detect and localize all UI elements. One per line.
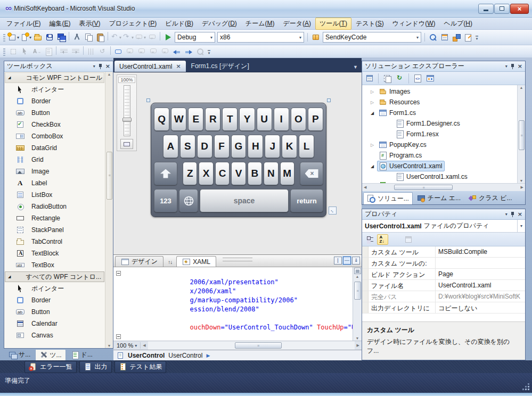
keyboard-key[interactable]: G (231, 135, 247, 158)
vertical-split-icon[interactable]: ❘ (334, 257, 342, 265)
tree-item[interactable]: Form1.resx (362, 129, 517, 139)
keyboard-key[interactable]: P (308, 108, 323, 131)
fit-to-screen-button[interactable] (120, 139, 133, 149)
property-row[interactable]: カスタム ツール MSBuild:Compile (362, 246, 525, 258)
tree-item[interactable]: Resources (362, 97, 517, 108)
tab-server-explorer[interactable]: サ... (5, 349, 34, 360)
breadcrumb-item[interactable]: UserControl (128, 352, 165, 359)
menu-item[interactable]: チーム(M) (241, 18, 279, 30)
keyboard-key[interactable]: O (291, 108, 306, 131)
scroll-up-icon[interactable]: ▲ (520, 86, 523, 89)
keyboard-key[interactable]: B (248, 162, 262, 185)
add-item-icon[interactable] (20, 32, 32, 43)
chevron-right-icon[interactable]: ▶ (206, 353, 210, 358)
tab-solution-explorer[interactable]: ソリュー... (363, 192, 413, 204)
close-tab-icon[interactable]: × (176, 63, 181, 69)
scrollbar-thumb[interactable]: ≡ (394, 185, 453, 190)
split-window-handle[interactable] (354, 268, 361, 274)
save-all-icon[interactable] (55, 32, 67, 43)
keyboard-key[interactable]: D (197, 135, 212, 158)
keyboard-key[interactable]: J (265, 135, 280, 158)
keyboard-key[interactable]: M (280, 162, 294, 185)
backspace-key[interactable] (300, 162, 323, 185)
close-icon[interactable]: × (518, 211, 522, 217)
properties-object-combobox[interactable]: UserControl1.xaml ファイルのプロパティ ▾ (362, 220, 525, 233)
comment-tool-icon[interactable] (124, 46, 136, 57)
soft-keyboard-usercontrol[interactable]: ↔ QWERTYUIOP ASDFGHJKL ZXCVBNM (151, 103, 326, 217)
tree-expander-icon[interactable] (371, 143, 377, 147)
toolbox-item[interactable]: Calendar (4, 318, 105, 329)
menu-item[interactable]: ヘルプ(H) (440, 18, 477, 30)
tree-expander-icon[interactable] (371, 164, 377, 169)
keyboard-key[interactable]: W (171, 108, 186, 131)
categorized-icon[interactable] (364, 234, 375, 245)
toolbar-overflow-icon[interactable]: ▪▪▾ (476, 35, 478, 40)
tree-item[interactable]: Images (362, 86, 517, 97)
tree-expander-icon[interactable] (371, 100, 377, 105)
property-row[interactable]: 完全パス D:¥work¥blog¥src¥MiniSoftK (362, 291, 525, 302)
tree-item[interactable]: UserControl1.xaml.cs (362, 171, 517, 182)
tree-item[interactable]: UserControl1.xaml (362, 161, 517, 171)
tab-overflow-icon[interactable]: ▼ (353, 64, 361, 72)
toolbar-overflow-icon[interactable]: ▪▪▾ (208, 49, 210, 54)
scrollbar-thumb[interactable]: ≡ (354, 282, 361, 300)
toolbox-item[interactable]: Image (4, 166, 105, 177)
selection-handle[interactable] (327, 98, 331, 102)
pin-icon[interactable] (99, 63, 102, 70)
toolbox-item[interactable]: TextBlock (4, 248, 105, 259)
resize-grip-icon[interactable]: ↔ (329, 207, 337, 214)
menu-item[interactable]: ファイル(F) (2, 18, 45, 30)
tree-vertical-scrollbar[interactable]: ▲ ≡ ▼ (517, 85, 525, 183)
toolbox-item[interactable]: ポインター (4, 283, 105, 294)
edit-text-icon[interactable] (31, 46, 43, 57)
increase-indent-icon[interactable] (70, 46, 81, 57)
format-spacing-icon[interactable] (85, 46, 97, 57)
rectangle-tool-icon[interactable] (112, 46, 124, 57)
horizontal-split-icon[interactable]: — (343, 257, 351, 265)
close-icon[interactable]: × (518, 63, 522, 69)
tab-output[interactable]: 出力 (79, 361, 112, 373)
toolbox-item[interactable]: ListBox (4, 189, 105, 201)
property-value[interactable]: コピーしない (436, 302, 525, 313)
property-value[interactable]: Page (436, 269, 525, 279)
document-outline-icon[interactable] (43, 46, 54, 57)
save-icon[interactable] (44, 32, 55, 43)
scrollbar-thumb[interactable]: ≡ (519, 120, 525, 150)
toolbox-item[interactable]: Grid (4, 154, 105, 166)
selection-tool-icon[interactable] (19, 46, 31, 57)
reset-layout-icon[interactable] (97, 46, 109, 57)
document-tab[interactable]: UserControl1.xaml× (114, 61, 186, 72)
tab-test-results[interactable]: テスト結果 (114, 361, 167, 373)
document-tab[interactable]: Form1.cs [デザイン] (186, 61, 254, 72)
properties-window-icon[interactable] (439, 32, 451, 43)
close-button[interactable]: × (510, 4, 529, 14)
toolbox-item[interactable]: DataGrid (4, 142, 105, 154)
toolbar-grip[interactable] (3, 33, 5, 42)
tree-item[interactable]: Form1.cs (362, 108, 517, 118)
keyboard-key[interactable]: K (282, 135, 297, 158)
property-value[interactable]: MSBuild:Compile (436, 246, 525, 257)
restore-button[interactable] (494, 4, 510, 14)
navigate-forward-icon[interactable] (146, 32, 158, 43)
command-window-icon[interactable] (462, 32, 474, 43)
menu-item[interactable]: データ(A) (279, 18, 315, 30)
scrollbar-thumb[interactable]: ≡ (235, 342, 282, 349)
undo-icon[interactable] (110, 32, 122, 43)
next-comment-icon[interactable] (159, 46, 171, 57)
scroll-right-icon[interactable]: ▶ (355, 343, 362, 348)
cut-icon[interactable] (71, 32, 83, 43)
find-combobox[interactable]: SendKeyCode▾ (323, 32, 421, 43)
pin-icon[interactable] (511, 211, 514, 218)
keyboard-key[interactable]: V (231, 162, 245, 185)
globe-key[interactable] (179, 189, 198, 212)
toolbox-item[interactable]: RadioButton (4, 201, 105, 212)
swap-panes-icon[interactable]: ↑↓ (165, 257, 175, 267)
window-position-icon[interactable]: ▾ (505, 64, 508, 69)
property-value[interactable] (436, 258, 525, 268)
properties-icon[interactable] (364, 73, 375, 84)
fold-collapse-icon[interactable] (116, 271, 121, 276)
tree-item[interactable]: Form1.Designer.cs (362, 118, 517, 129)
show-all-files-icon[interactable] (381, 73, 393, 84)
return-key[interactable]: return (290, 189, 323, 212)
keyboard-key[interactable]: T (222, 108, 238, 131)
